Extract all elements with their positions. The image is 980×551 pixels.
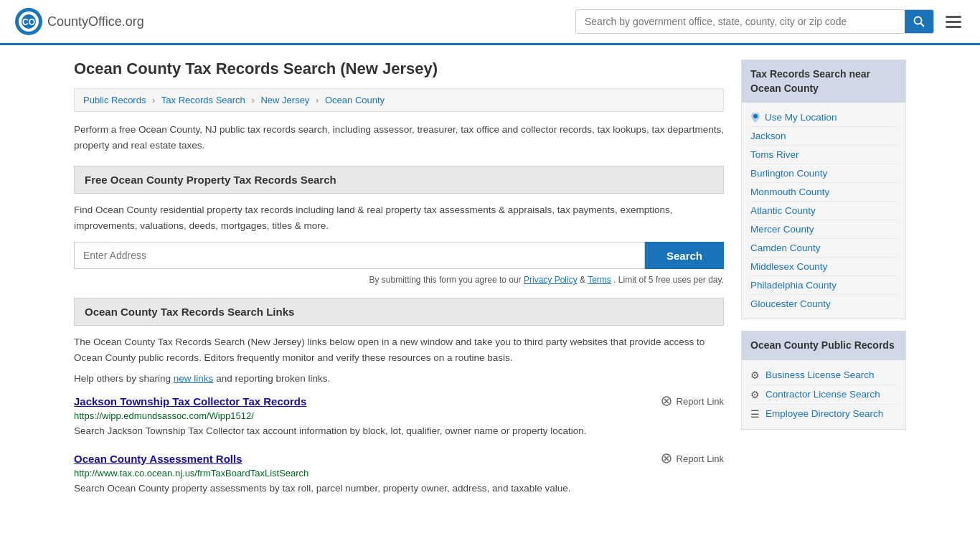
svg-text:CO: CO bbox=[22, 17, 35, 27]
link-item-1-title[interactable]: Jackson Township Tax Collector Tax Recor… bbox=[74, 395, 306, 408]
link-item-2-title[interactable]: Ocean County Assessment Rolls bbox=[74, 453, 242, 465]
property-search-section: Free Ocean County Property Tax Records S… bbox=[74, 166, 724, 285]
link-item-1-desc: Search Jackson Township Tax Collector ta… bbox=[74, 424, 724, 438]
breadcrumb-public-records[interactable]: Public Records bbox=[83, 95, 146, 105]
employee-directory-icon: ☰ bbox=[750, 408, 760, 420]
sidebar-pr-contractor-license[interactable]: ⚙ Contractor License Search bbox=[750, 385, 897, 405]
address-search-button[interactable]: Search bbox=[645, 242, 724, 269]
link-item-1-header: Jackson Township Tax Collector Tax Recor… bbox=[74, 395, 724, 408]
search-fine-print: By submitting this form you agree to our… bbox=[74, 275, 724, 285]
search-icon bbox=[913, 16, 925, 27]
global-search-input[interactable] bbox=[576, 10, 905, 33]
links-section-header: Ocean County Tax Records Search Links bbox=[74, 298, 724, 326]
sidebar-link-atlantic-county[interactable]: Atlantic County bbox=[750, 202, 897, 220]
address-input[interactable] bbox=[74, 242, 645, 269]
use-location-link[interactable]: Use My Location bbox=[750, 108, 897, 127]
link-item-2-header: Ocean County Assessment Rolls Report Lin… bbox=[74, 453, 724, 465]
report-icon-1 bbox=[661, 395, 672, 407]
link-item-1-url: https://wipp.edmundsassoc.com/Wipp1512/ bbox=[74, 410, 724, 421]
new-links-text: Help others by sharing new links and rep… bbox=[74, 373, 724, 384]
hamburger-line-3 bbox=[946, 26, 961, 28]
sidebar-link-monmouth-county[interactable]: Monmouth County bbox=[750, 183, 897, 202]
svg-line-5 bbox=[921, 24, 925, 27]
report-link-button-2[interactable]: Report Link bbox=[661, 453, 724, 464]
link-item-2-desc: Search Ocean County property assessments… bbox=[74, 481, 724, 496]
sidebar-link-jackson[interactable]: Jackson bbox=[750, 127, 897, 146]
links-section-description: The Ocean County Tax Records Search (New… bbox=[74, 334, 724, 365]
report-icon-2 bbox=[661, 453, 672, 464]
breadcrumb-ocean-county[interactable]: Ocean County bbox=[325, 95, 385, 105]
logo[interactable]: CO CountyOffice.org bbox=[14, 7, 144, 36]
privacy-policy-link[interactable]: Privacy Policy bbox=[524, 275, 578, 285]
report-link-button-1[interactable]: Report Link bbox=[661, 395, 724, 407]
sidebar-public-records-box: Ocean County Public Records ⚙ Business L… bbox=[741, 331, 906, 430]
header-right bbox=[575, 9, 966, 34]
links-section: Ocean County Tax Records Search Links Th… bbox=[74, 298, 724, 496]
property-search-description: Find Ocean County residential property t… bbox=[74, 202, 724, 233]
link-item-2-url: http://www.tax.co.ocean.nj.us/frmTaxBoar… bbox=[74, 468, 724, 479]
terms-link[interactable]: Terms bbox=[588, 275, 611, 285]
svg-point-4 bbox=[915, 17, 922, 24]
link-item-2: Ocean County Assessment Rolls Report Lin… bbox=[74, 453, 724, 496]
global-search-button[interactable] bbox=[905, 10, 933, 33]
sidebar-public-records-header: Ocean County Public Records bbox=[742, 331, 905, 360]
sidebar-nearby-header: Tax Records Search near Ocean County bbox=[742, 60, 905, 103]
location-pin-icon bbox=[750, 113, 760, 123]
address-search-row: Search bbox=[74, 242, 724, 269]
sidebar-pr-business-license[interactable]: ⚙ Business License Search bbox=[750, 366, 897, 385]
link-item-1: Jackson Township Tax Collector Tax Recor… bbox=[74, 395, 724, 438]
contractor-license-icon: ⚙ bbox=[750, 389, 760, 400]
sidebar-link-gloucester-county[interactable]: Gloucester County bbox=[750, 295, 897, 313]
global-search-bar[interactable] bbox=[575, 9, 934, 34]
logo-icon: CO bbox=[14, 7, 43, 36]
sidebar: Tax Records Search near Ocean County Use… bbox=[741, 60, 906, 510]
sidebar-link-burlington-county[interactable]: Burlington County bbox=[750, 164, 897, 183]
hamburger-menu-button[interactable] bbox=[941, 11, 966, 32]
logo-text: CountyOffice.org bbox=[47, 14, 144, 29]
sidebar-link-middlesex-county[interactable]: Middlesex County bbox=[750, 258, 897, 276]
page-description: Perform a free Ocean County, NJ public t… bbox=[74, 122, 724, 153]
sidebar-pr-employee-directory[interactable]: ☰ Employee Directory Search bbox=[750, 405, 897, 423]
sidebar-link-camden-county[interactable]: Camden County bbox=[750, 239, 897, 258]
breadcrumb-sep-2: › bbox=[251, 95, 254, 105]
page-title: Ocean County Tax Records Search (New Jer… bbox=[74, 60, 724, 78]
sidebar-nearby-content: Use My Location Jackson Toms River Burli… bbox=[742, 103, 905, 319]
new-links-link[interactable]: new links bbox=[174, 373, 214, 384]
site-header: CO CountyOffice.org bbox=[0, 0, 980, 45]
sidebar-link-toms-river[interactable]: Toms River bbox=[750, 146, 897, 164]
breadcrumb-new-jersey[interactable]: New Jersey bbox=[260, 95, 309, 105]
breadcrumb-tax-records-search[interactable]: Tax Records Search bbox=[161, 95, 245, 105]
hamburger-line-2 bbox=[946, 21, 961, 23]
business-license-icon: ⚙ bbox=[750, 369, 760, 381]
breadcrumb-sep-1: › bbox=[152, 95, 155, 105]
property-search-header: Free Ocean County Property Tax Records S… bbox=[74, 166, 724, 194]
breadcrumb-sep-3: › bbox=[316, 95, 319, 105]
sidebar-link-philadelphia-county[interactable]: Philadelphia County bbox=[750, 276, 897, 295]
sidebar-link-mercer-county[interactable]: Mercer County bbox=[750, 220, 897, 239]
breadcrumb: Public Records › Tax Records Search › Ne… bbox=[74, 88, 724, 112]
content-area: Ocean County Tax Records Search (New Jer… bbox=[74, 60, 724, 510]
sidebar-public-records-content: ⚙ Business License Search ⚙ Contractor L… bbox=[742, 360, 905, 429]
hamburger-line-1 bbox=[946, 16, 961, 18]
sidebar-nearby-box: Tax Records Search near Ocean County Use… bbox=[741, 60, 906, 319]
main-container: Ocean County Tax Records Search (New Jer… bbox=[60, 45, 920, 524]
